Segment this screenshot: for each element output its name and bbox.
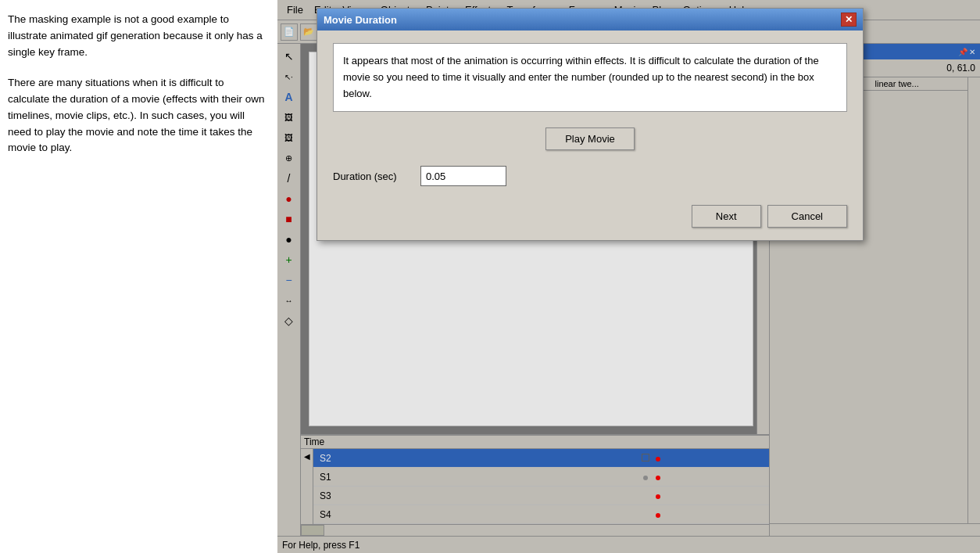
modal-duration-row: Duration (sec) xyxy=(333,166,847,186)
duration-label: Duration (sec) xyxy=(333,171,411,182)
modal-dialog: Movie Duration ✕ It appears that most of… xyxy=(317,8,864,241)
modal-overlay: Movie Duration ✕ It appears that most of… xyxy=(277,0,980,553)
modal-buttons: Next Cancel xyxy=(333,205,847,228)
modal-body: It appears that most of the animation is… xyxy=(317,31,863,240)
left-text-panel: The masking example is not a good exampl… xyxy=(0,0,277,553)
left-para-2: There are many situations when it is dif… xyxy=(8,75,266,157)
app-area: File Edit Views Objects Points Effects T… xyxy=(277,0,980,553)
modal-message: It appears that most of the animation is… xyxy=(333,43,847,112)
modal-close-button[interactable]: ✕ xyxy=(841,13,857,27)
cancel-button[interactable]: Cancel xyxy=(767,205,847,228)
play-movie-button[interactable]: Play Movie xyxy=(545,127,635,150)
next-button[interactable]: Next xyxy=(692,205,761,228)
modal-title: Movie Duration xyxy=(324,14,397,26)
modal-titlebar: Movie Duration ✕ xyxy=(317,9,863,31)
duration-input[interactable] xyxy=(420,166,506,186)
left-para-1: The masking example is not a good exampl… xyxy=(8,12,266,61)
